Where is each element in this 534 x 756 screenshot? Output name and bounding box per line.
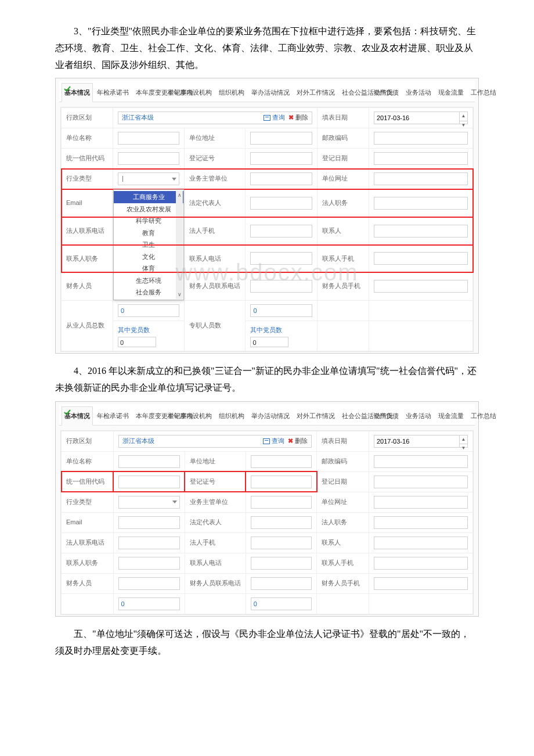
legal-rep-input[interactable] [251,516,312,529]
finance-mobile-input[interactable] [374,577,468,590]
legal-mobile-input[interactable] [250,225,312,237]
fill-date-input[interactable]: ▲▼ [374,111,468,124]
form-table: 行政区划 浙江省本级 查询 ✖删除 填表日期 ▲▼ [61,431,473,614]
finance-phone-input[interactable] [250,280,312,293]
check-icon [64,408,71,415]
industry-dropdown[interactable]: 工商服务业 农业及农村发展 科学研究 教育 卫生 文化 体育 生态环境 社会服务… [113,189,184,300]
dropdown-option[interactable]: 工商服务业 [114,191,183,203]
party-sub-input[interactable]: 0 [250,337,288,347]
tab-internal[interactable]: 本年度内设机构 [164,83,215,102]
industry-combo[interactable] [118,496,180,509]
tab-change[interactable]: 本年度变更登记事项 [133,83,163,102]
finance-phone-input[interactable] [251,577,312,590]
legal-mobile-input[interactable] [251,537,312,549]
fulltime-input[interactable] [251,597,312,610]
finance-input[interactable] [118,577,180,590]
supervisor-input[interactable] [250,172,312,185]
dropdown-option[interactable]: 农业及农村发展 [114,203,183,215]
party-sub-input[interactable]: 0 [118,337,156,347]
reg-date-input[interactable] [374,152,468,165]
tab-external[interactable]: 对外工作情况 [294,406,338,425]
tab-activity[interactable]: 举办活动情况 [248,406,293,425]
delete-button[interactable]: ✖删除 [288,112,308,124]
dropdown-option[interactable]: 体育 [114,262,183,275]
tab-business[interactable]: 业务活动 [403,406,434,425]
chevron-up-icon[interactable]: ▲ [460,435,467,444]
chevron-down-icon[interactable]: ▼ [460,121,467,129]
label-website: 单位网址 [317,169,369,189]
label-legal-phone: 法人联系电话 [62,532,114,553]
tab-org[interactable]: 组织机构 [216,83,247,102]
tab-welfare[interactable]: 社会公益活动情况 [339,406,369,425]
form-table: 行政区划 浙江省本级 查询 ✖删除 填表日期 [61,107,473,351]
tab-business[interactable]: 业务活动 [403,83,434,102]
contact-input[interactable] [374,225,468,237]
unit-name-input[interactable] [118,132,179,145]
industry-combo[interactable]: | [118,172,179,185]
delete-button[interactable]: ✖删除 [288,435,308,447]
reg-no-input[interactable] [251,476,312,488]
dropdown-option[interactable]: 科学研究 [114,215,183,227]
reg-date-input[interactable] [374,476,468,488]
post-code-input[interactable] [374,132,468,145]
tab-basic[interactable]: 基本情况 [62,406,93,426]
website-input[interactable] [374,496,468,509]
tab-change[interactable]: 本年度变更登记事项 [133,406,163,425]
label-contact-title: 联系人职务 [62,245,113,273]
legal-title-input[interactable] [374,516,468,529]
tab-summary[interactable]: 工作总结 [468,83,499,102]
tab-external[interactable]: 对外工作情况 [294,83,338,102]
scrollbar[interactable]: ∧∨ [176,190,183,299]
label-unit-addr: 单位地址 [185,128,246,149]
unit-addr-input[interactable] [251,455,312,468]
staff-total-input[interactable] [118,304,179,317]
contact-input[interactable] [374,537,468,549]
dropdown-option[interactable]: 生态环境 [114,275,183,287]
reg-no-input[interactable] [250,152,312,165]
tab-summary[interactable]: 工作总结 [468,406,499,425]
chevron-up-icon[interactable]: ▲ [460,112,467,121]
label-legal-rep: 法定代表人 [185,189,246,217]
tab-internal[interactable]: 本年度内设机构 [164,406,215,425]
tab-org[interactable]: 组织机构 [216,406,247,425]
unit-name-input[interactable] [118,455,180,468]
legal-phone-input[interactable] [118,537,180,549]
legal-rep-input[interactable] [250,197,312,210]
unit-addr-input[interactable] [250,132,312,145]
staff-total-input[interactable] [118,597,180,610]
tab-assets[interactable]: 资产负债 [370,406,402,425]
post-code-input[interactable] [374,455,468,468]
supervisor-input[interactable] [251,496,312,509]
tab-welfare[interactable]: 社会公益活动情况 [339,83,369,102]
dropdown-option[interactable]: 文化 [114,251,183,263]
legal-title-input[interactable] [374,197,468,210]
tab-pledge[interactable]: 年检承诺书 [94,406,132,425]
email-input[interactable] [118,516,180,529]
dropdown-option[interactable]: 教育 [114,227,183,239]
label-reg-no: 登记证号 [185,149,246,169]
finance-mobile-input[interactable] [374,280,468,293]
credit-code-input[interactable] [118,476,180,488]
dropdown-option[interactable]: 卫生 [114,239,183,251]
credit-code-input[interactable] [118,152,179,165]
tab-activity[interactable]: 举办活动情况 [248,83,293,102]
tab-cash[interactable]: 现金流量 [435,406,467,425]
website-input[interactable] [374,172,468,185]
label-email: Email [62,189,113,217]
contact-mobile-input[interactable] [374,252,468,265]
tab-assets[interactable]: 资产负债 [370,83,402,102]
query-button[interactable]: 查询 [263,435,284,447]
dropdown-option[interactable]: 社会服务 [114,286,183,298]
contact-phone-input[interactable] [251,557,312,570]
tab-basic[interactable]: 基本情况 [62,83,93,102]
fulltime-input[interactable] [250,304,312,317]
tab-pledge[interactable]: 年检承诺书 [94,83,132,102]
tab-cash[interactable]: 现金流量 [435,83,467,102]
fill-date-input[interactable]: ▲▼ [374,435,468,448]
contact-mobile-input[interactable] [374,557,468,570]
contact-phone-input[interactable] [250,252,312,265]
query-button[interactable]: 查询 [264,112,285,124]
region-value: 浙江省本级 [122,435,154,447]
contact-title-input[interactable] [118,557,180,570]
chevron-down-icon[interactable]: ▼ [460,444,467,452]
